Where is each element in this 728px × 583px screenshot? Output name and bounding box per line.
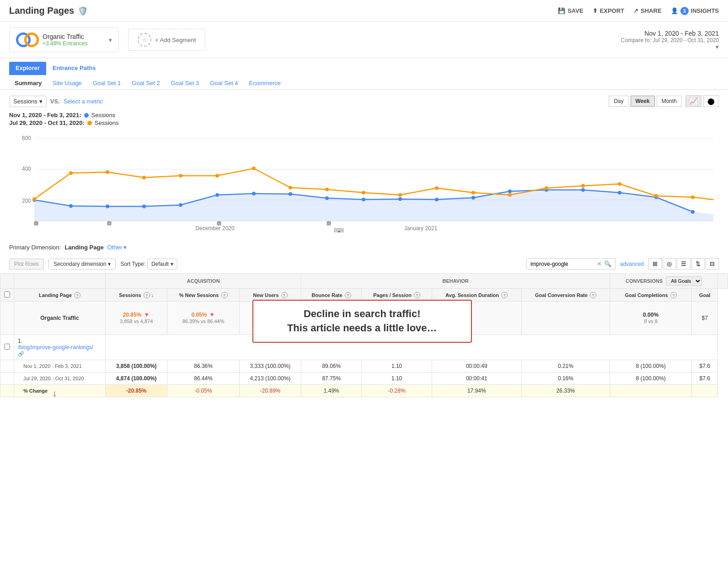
chart-legend: Nov 1, 2020 - Feb 3, 2021: Sessions Jul … [0,107,728,126]
tab-explorer[interactable]: Explorer [9,62,46,75]
svg-point-32 [215,174,219,178]
url-checkbox-cell [0,335,14,360]
pie-chart-button[interactable]: ⬤ [703,95,719,107]
svg-rect-48 [34,221,38,225]
chart-controls: Sessions ▾ VS. Select a metric Day Week … [0,90,728,107]
primary-dim-value: Landing Page [64,244,103,251]
tab-goal-set-2[interactable]: Goal Set 2 [126,78,165,89]
primary-dim-other[interactable]: Other ▾ [107,244,127,251]
period-buttons: Day Week Month [609,96,682,107]
svg-point-21 [508,189,512,193]
svg-point-12 [179,203,182,207]
all-goals-select[interactable]: All Goals [666,276,702,286]
sessions-col-header: Sessions ? ↓ [106,289,167,302]
secondary-dimension-dropdown[interactable]: Secondary dimension ▾ [48,259,116,270]
p2-date-cell: Jul 29, 2020 - Oct 31, 2020 [14,372,106,385]
summary-pct-new-value: 0.05% 🔻 [191,312,215,318]
date-dropdown-icon[interactable]: ▾ [716,43,719,50]
donut-view-button[interactable]: ◎ [663,258,676,270]
p2-goal-comp-cell: 8 (100.00%) [610,372,692,385]
change-row: % Change ↓ -20.85% -0.05% -20.89% 1.49% … [0,385,728,397]
verified-icon: 🛡️ [78,6,88,16]
line-chart: 600 400 200 [9,132,718,232]
change-avg-session-cell: 17.94% [432,385,521,397]
plot-rows-button[interactable]: Plot Rows [9,259,44,270]
svg-point-10 [106,205,109,208]
period-week-button[interactable]: Week [631,96,655,107]
behavior-group-header: Behavior [301,274,610,289]
svg-point-14 [252,192,256,195]
tab-summary[interactable]: Summary [9,78,47,89]
organic-traffic-segment[interactable]: Organic Traffic +3.48% Entrances ▾ [9,27,119,52]
svg-point-44 [654,194,658,198]
url-row-checkbox[interactable] [4,344,10,350]
circle-orange [24,32,39,47]
tab-site-usage[interactable]: Site Usage [47,78,87,89]
p2-pct-new-cell: 86.44% [167,372,239,385]
select-all-checkbox[interactable] [4,292,10,297]
goal-comp-help-icon: ? [670,292,677,298]
checkbox-header [0,274,14,289]
export-button[interactable]: ⬆ EXPORT [593,7,624,14]
p1-new-users-cell: 3,333 (100.00%) [239,360,301,372]
external-link-icon: 🔗 [18,351,24,356]
compare-view-button[interactable]: ⇅ [691,258,705,270]
svg-point-26 [691,210,695,214]
tab-ecommerce[interactable]: Ecommerce [244,78,286,89]
change-new-users-cell: -20.89% [239,385,301,397]
p1-goal-conv-cell: 0.21% [521,360,610,372]
header-left: Landing Pages 🛡️ [9,5,88,16]
legend-dot-blue [84,113,89,118]
tab-goal-set-3[interactable]: Goal Set 3 [166,78,204,89]
segment-sub: +3.48% Entrances [43,40,104,47]
p1-avg-session-cell: 00:00:49 [432,360,521,372]
p1-date-cell: Nov 1, 2020 - Feb 3, 2021 [14,360,106,372]
save-button[interactable]: 💾 SAVE [558,7,583,14]
date-compare: Compare to: Jul 29, 2020 - Oct 31, 2020 [621,37,719,43]
period-day-button[interactable]: Day [609,96,628,107]
sort-type-dropdown[interactable]: Default ▾ [147,259,177,270]
goal-completions-col-header: Goal Completions ? [610,289,692,302]
pivot-view-button[interactable]: ⊟ [706,258,719,270]
tab-goal-set-4[interactable]: Goal Set 4 [204,78,243,89]
change-goal-value-cell [692,385,718,397]
metric-dropdown[interactable]: Sessions ▾ [9,96,47,107]
tab-goal-set-1[interactable]: Goal Set 1 [87,78,126,89]
add-segment-button[interactable]: ○ + Add Segment [128,29,205,51]
segment-circles [16,32,38,48]
sessions-help-icon: ? [144,292,150,298]
svg-point-9 [69,204,73,208]
insights-button[interactable]: 👤 3 INSIGHTS [671,7,719,15]
svg-point-18 [398,197,402,201]
search-input[interactable] [530,261,594,267]
search-icon[interactable]: 🔍 [604,260,611,267]
url-link[interactable]: /blog/improve-google-rankings/ [18,344,102,351]
line-chart-button[interactable]: 📈 [685,95,701,107]
grid-view-button[interactable]: ⊞ [648,258,662,270]
summary-row: Organic Traffic 20.85% 🔻 3,858 vs 4,874 … [0,302,728,335]
p1-sessions-cell: 3,858 (100.00%) [106,360,167,372]
chart-area: 600 400 200 [0,127,728,238]
tabs-container: Explorer Entrance Paths Summary Site Usa… [0,58,728,90]
advanced-link[interactable]: advanced [620,261,644,267]
goal-extra-header [718,274,728,289]
select-metric-link[interactable]: Select a metric [64,98,103,105]
period-month-button[interactable]: Month [657,96,682,107]
segment-info: Organic Traffic +3.48% Entrances [43,33,104,47]
svg-text:400: 400 [22,166,31,172]
landing-help-icon: ? [74,292,80,298]
summary-sessions-cell: 20.85% 🔻 3,858 vs 4,874 [106,302,167,335]
sessions-sort-icon[interactable]: ↓ [151,292,154,298]
table-controls: Plot Rows Secondary dimension ▾ Sort Typ… [0,254,728,273]
list-view-button[interactable]: ☰ [677,258,691,270]
summary-label-cell: Organic Traffic [14,302,106,335]
svg-point-41 [545,186,548,190]
share-button[interactable]: ↗ SHARE [633,7,662,14]
segment-dropdown-icon[interactable]: ▾ [109,37,112,43]
landing-page-col-header: Landing Page ? [14,289,106,302]
tab-entrance-paths[interactable]: Entrance Paths [46,62,102,75]
header: Landing Pages 🛡️ 💾 SAVE ⬆ EXPORT ↗ SHARE… [0,0,728,22]
segment-name: Organic Traffic [43,33,104,40]
p2-pages-cell: 1.10 [362,372,432,385]
search-clear-icon[interactable]: ✕ [597,260,602,267]
